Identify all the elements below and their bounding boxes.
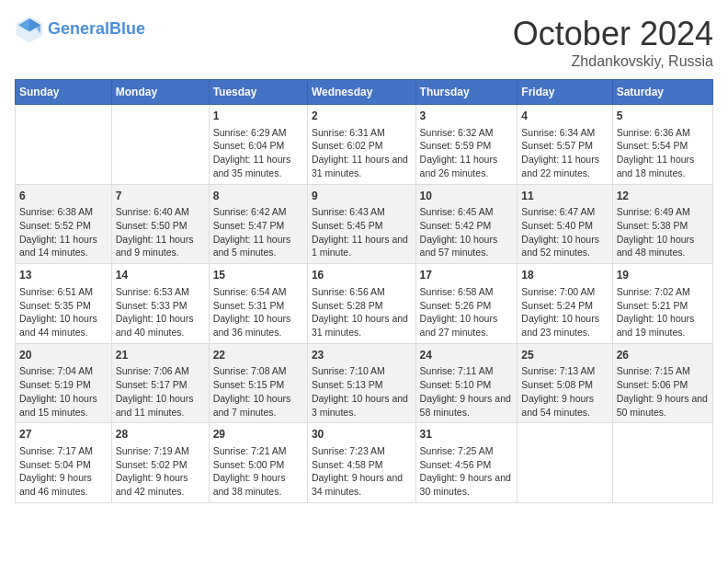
- calendar-cell: 7Sunrise: 6:40 AM Sunset: 5:50 PM Daylig…: [111, 184, 209, 264]
- calendar-cell: 29Sunrise: 7:21 AM Sunset: 5:00 PM Dayli…: [209, 423, 307, 503]
- logo: GeneralBlue: [15, 15, 145, 44]
- day-number: 26: [617, 348, 709, 363]
- column-header-monday: Monday: [111, 80, 209, 105]
- title-block: October 2024 Zhdankovskiy, Russia: [513, 15, 713, 70]
- logo-icon: [15, 15, 44, 44]
- cell-content: Sunrise: 6:58 AM Sunset: 5:26 PM Dayligh…: [420, 285, 514, 339]
- cell-content: Sunrise: 7:13 AM Sunset: 5:08 PM Dayligh…: [521, 364, 608, 419]
- calendar-cell: 24Sunrise: 7:11 AM Sunset: 5:10 PM Dayli…: [415, 343, 518, 423]
- day-number: 18: [521, 268, 608, 283]
- cell-content: Sunrise: 7:11 AM Sunset: 5:10 PM Dayligh…: [420, 364, 514, 419]
- page-header: GeneralBlue October 2024 Zhdankovskiy, R…: [15, 15, 713, 70]
- column-header-saturday: Saturday: [612, 80, 712, 105]
- calendar-cell: 1Sunrise: 6:29 AM Sunset: 6:04 PM Daylig…: [209, 105, 307, 185]
- calendar-cell: 9Sunrise: 6:43 AM Sunset: 5:45 PM Daylig…: [307, 184, 415, 264]
- calendar-week-row: 13Sunrise: 6:51 AM Sunset: 5:35 PM Dayli…: [16, 264, 713, 344]
- logo-text: GeneralBlue: [48, 20, 145, 39]
- calendar-cell: 15Sunrise: 6:54 AM Sunset: 5:31 PM Dayli…: [209, 264, 307, 344]
- column-header-friday: Friday: [518, 80, 612, 105]
- day-number: 8: [213, 189, 303, 204]
- day-number: 4: [521, 109, 608, 124]
- cell-content: Sunrise: 7:08 AM Sunset: 5:15 PM Dayligh…: [213, 364, 303, 419]
- cell-content: Sunrise: 6:42 AM Sunset: 5:47 PM Dayligh…: [213, 205, 303, 259]
- day-number: 7: [116, 189, 205, 204]
- cell-content: Sunrise: 7:10 AM Sunset: 5:13 PM Dayligh…: [312, 364, 412, 419]
- column-header-thursday: Thursday: [415, 80, 518, 105]
- calendar-cell: 31Sunrise: 7:25 AM Sunset: 4:56 PM Dayli…: [415, 423, 518, 503]
- calendar-cell: 12Sunrise: 6:49 AM Sunset: 5:38 PM Dayli…: [612, 184, 712, 264]
- cell-content: Sunrise: 6:43 AM Sunset: 5:45 PM Dayligh…: [312, 205, 412, 259]
- calendar-cell: 25Sunrise: 7:13 AM Sunset: 5:08 PM Dayli…: [518, 343, 612, 423]
- day-number: 11: [521, 189, 608, 204]
- day-number: 27: [19, 427, 108, 442]
- day-number: 13: [19, 268, 108, 283]
- calendar-cell: 13Sunrise: 6:51 AM Sunset: 5:35 PM Dayli…: [16, 264, 112, 344]
- calendar-week-row: 6Sunrise: 6:38 AM Sunset: 5:52 PM Daylig…: [16, 184, 713, 264]
- day-number: 6: [19, 189, 108, 204]
- day-number: 28: [116, 427, 205, 442]
- column-header-wednesday: Wednesday: [307, 80, 415, 105]
- cell-content: Sunrise: 7:25 AM Sunset: 4:56 PM Dayligh…: [420, 444, 514, 499]
- calendar-cell: [612, 423, 712, 503]
- calendar-cell: 10Sunrise: 6:45 AM Sunset: 5:42 PM Dayli…: [415, 184, 518, 264]
- calendar-cell: 5Sunrise: 6:36 AM Sunset: 5:54 PM Daylig…: [612, 105, 712, 185]
- cell-content: Sunrise: 6:53 AM Sunset: 5:33 PM Dayligh…: [116, 285, 205, 339]
- cell-content: Sunrise: 6:36 AM Sunset: 5:54 PM Dayligh…: [617, 126, 709, 180]
- location-title: Zhdankovskiy, Russia: [513, 53, 713, 70]
- calendar-cell: 14Sunrise: 6:53 AM Sunset: 5:33 PM Dayli…: [111, 264, 209, 344]
- cell-content: Sunrise: 6:56 AM Sunset: 5:28 PM Dayligh…: [312, 285, 412, 339]
- cell-content: Sunrise: 6:38 AM Sunset: 5:52 PM Dayligh…: [19, 205, 108, 259]
- day-number: 21: [116, 348, 205, 363]
- calendar-cell: 30Sunrise: 7:23 AM Sunset: 4:58 PM Dayli…: [307, 423, 415, 503]
- calendar-cell: [518, 423, 612, 503]
- calendar-cell: 28Sunrise: 7:19 AM Sunset: 5:02 PM Dayli…: [111, 423, 209, 503]
- cell-content: Sunrise: 6:54 AM Sunset: 5:31 PM Dayligh…: [213, 285, 303, 339]
- cell-content: Sunrise: 7:21 AM Sunset: 5:00 PM Dayligh…: [213, 444, 303, 499]
- day-number: 17: [420, 268, 514, 283]
- cell-content: Sunrise: 6:47 AM Sunset: 5:40 PM Dayligh…: [521, 205, 608, 259]
- day-number: 5: [617, 109, 709, 124]
- day-number: 12: [617, 189, 709, 204]
- logo-line2: Blue: [109, 19, 145, 38]
- calendar-cell: 11Sunrise: 6:47 AM Sunset: 5:40 PM Dayli…: [518, 184, 612, 264]
- calendar-table: SundayMondayTuesdayWednesdayThursdayFrid…: [15, 79, 713, 503]
- day-number: 2: [312, 109, 412, 124]
- day-number: 25: [521, 348, 608, 363]
- cell-content: Sunrise: 6:40 AM Sunset: 5:50 PM Dayligh…: [116, 205, 205, 259]
- calendar-cell: 27Sunrise: 7:17 AM Sunset: 5:04 PM Dayli…: [16, 423, 112, 503]
- calendar-cell: 6Sunrise: 6:38 AM Sunset: 5:52 PM Daylig…: [16, 184, 112, 264]
- day-number: 20: [19, 348, 108, 363]
- cell-content: Sunrise: 7:06 AM Sunset: 5:17 PM Dayligh…: [116, 364, 205, 419]
- cell-content: Sunrise: 6:31 AM Sunset: 6:02 PM Dayligh…: [312, 126, 412, 180]
- calendar-cell: [111, 105, 209, 185]
- day-number: 15: [213, 268, 303, 283]
- calendar-cell: 16Sunrise: 6:56 AM Sunset: 5:28 PM Dayli…: [307, 264, 415, 344]
- day-number: 10: [420, 189, 514, 204]
- cell-content: Sunrise: 6:34 AM Sunset: 5:57 PM Dayligh…: [521, 126, 608, 180]
- day-number: 9: [312, 189, 412, 204]
- cell-content: Sunrise: 7:04 AM Sunset: 5:19 PM Dayligh…: [19, 364, 108, 419]
- day-number: 14: [116, 268, 205, 283]
- day-number: 19: [617, 268, 709, 283]
- day-number: 23: [312, 348, 412, 363]
- cell-content: Sunrise: 7:15 AM Sunset: 5:06 PM Dayligh…: [617, 364, 709, 419]
- calendar-cell: 18Sunrise: 7:00 AM Sunset: 5:24 PM Dayli…: [518, 264, 612, 344]
- calendar-week-row: 1Sunrise: 6:29 AM Sunset: 6:04 PM Daylig…: [16, 105, 713, 185]
- day-number: 31: [420, 427, 514, 442]
- calendar-cell: 21Sunrise: 7:06 AM Sunset: 5:17 PM Dayli…: [111, 343, 209, 423]
- calendar-cell: 19Sunrise: 7:02 AM Sunset: 5:21 PM Dayli…: [612, 264, 712, 344]
- calendar-cell: 8Sunrise: 6:42 AM Sunset: 5:47 PM Daylig…: [209, 184, 307, 264]
- cell-content: Sunrise: 7:17 AM Sunset: 5:04 PM Dayligh…: [19, 444, 108, 499]
- cell-content: Sunrise: 7:02 AM Sunset: 5:21 PM Dayligh…: [617, 285, 709, 339]
- cell-content: Sunrise: 6:32 AM Sunset: 5:59 PM Dayligh…: [420, 126, 514, 180]
- cell-content: Sunrise: 6:51 AM Sunset: 5:35 PM Dayligh…: [19, 285, 108, 339]
- day-number: 24: [420, 348, 514, 363]
- calendar-cell: 3Sunrise: 6:32 AM Sunset: 5:59 PM Daylig…: [415, 105, 518, 185]
- calendar-cell: 23Sunrise: 7:10 AM Sunset: 5:13 PM Dayli…: [307, 343, 415, 423]
- month-title: October 2024: [513, 15, 713, 53]
- cell-content: Sunrise: 6:29 AM Sunset: 6:04 PM Dayligh…: [213, 126, 303, 180]
- day-number: 3: [420, 109, 514, 124]
- column-header-tuesday: Tuesday: [209, 80, 307, 105]
- calendar-cell: 20Sunrise: 7:04 AM Sunset: 5:19 PM Dayli…: [16, 343, 112, 423]
- day-number: 29: [213, 427, 303, 442]
